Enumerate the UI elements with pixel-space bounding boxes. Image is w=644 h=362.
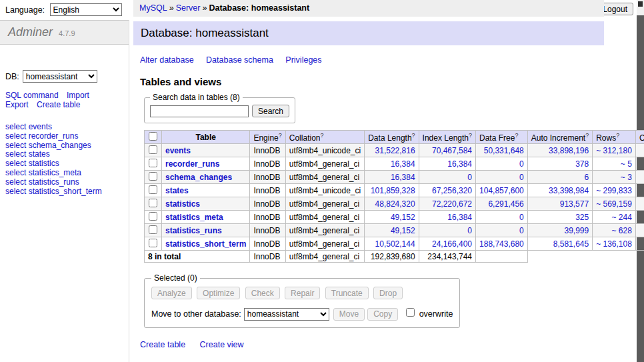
adminer-logo-link[interactable]: Adminer	[8, 25, 53, 39]
auto-increment-link[interactable]: 6	[584, 173, 589, 182]
auto-increment-link[interactable]: 913,577	[560, 199, 589, 209]
data-free-link[interactable]: 50,331,648	[484, 146, 524, 155]
index-length-link[interactable]: 72,220,672	[432, 199, 472, 209]
rows-link[interactable]: ~ 569,159	[596, 199, 632, 209]
sidebar-link-export[interactable]: Export	[5, 100, 29, 109]
rows-link[interactable]: ~ 136,108	[596, 239, 632, 249]
sidebar-table-link[interactable]: select events	[5, 122, 52, 131]
data-free-link[interactable]: 0	[519, 173, 524, 182]
create-view-link[interactable]: Create view	[200, 340, 244, 349]
overwrite-checkbox[interactable]	[406, 308, 415, 317]
table-name-link[interactable]: schema_changes	[165, 173, 232, 182]
row-checkbox[interactable]	[149, 212, 157, 221]
data-length-link[interactable]: 48,824,320	[375, 199, 415, 209]
help-icon[interactable]: ?	[279, 132, 282, 139]
help-icon[interactable]: ?	[320, 132, 323, 139]
help-icon[interactable]: ?	[515, 132, 518, 139]
analyze-button[interactable]: Analyze	[151, 287, 192, 299]
sidebar-table-link[interactable]: select statistics_runs	[5, 177, 79, 187]
search-input[interactable]	[150, 105, 249, 117]
row-checkbox[interactable]	[149, 159, 157, 167]
row-checkbox[interactable]	[149, 172, 157, 181]
auto-increment-link[interactable]: 325	[575, 213, 589, 222]
auto-increment-link[interactable]: 39,999	[564, 226, 589, 235]
data-length-link[interactable]: 31,522,816	[375, 146, 415, 155]
table-name-link[interactable]: statistics_runs	[165, 226, 222, 235]
language-select[interactable]: English	[50, 3, 122, 16]
data-free-link[interactable]: 0	[519, 213, 524, 222]
truncate-button[interactable]: Truncate	[325, 287, 369, 299]
row-checkbox[interactable]	[149, 199, 157, 207]
table-name-link[interactable]: recorder_runs	[165, 159, 219, 169]
index-length-link[interactable]: 24,166,400	[432, 239, 472, 249]
index-length-link[interactable]: 0	[467, 226, 472, 235]
help-icon[interactable]: ?	[412, 132, 415, 139]
index-length-link[interactable]: 16,384	[447, 159, 472, 169]
sidebar-link-import[interactable]: Import	[67, 91, 89, 100]
data-length-link[interactable]: 16,384	[391, 159, 415, 169]
auto-increment-link[interactable]: 33,898,196	[549, 146, 589, 155]
data-free-link[interactable]: 188,743,680	[479, 239, 524, 249]
optimize-button[interactable]: Optimize	[197, 287, 240, 299]
auto-increment-link[interactable]: 33,398,984	[549, 186, 589, 195]
db-select[interactable]: homeassistant	[23, 70, 97, 83]
sidebar-table-link[interactable]: select statistics_meta	[5, 168, 81, 177]
index-length-link[interactable]: 0	[467, 173, 472, 182]
table-name-link[interactable]: states	[165, 186, 189, 195]
database-schema-link[interactable]: Database schema	[206, 55, 273, 65]
data-free-link[interactable]: 6,291,456	[488, 199, 523, 209]
data-length-link[interactable]: 10,502,144	[375, 239, 415, 249]
data-free-link[interactable]: 0	[519, 159, 524, 169]
data-length-link[interactable]: 16,384	[391, 173, 415, 182]
data-free-link[interactable]: 104,857,600	[479, 186, 524, 195]
move-button[interactable]: Move	[333, 308, 365, 321]
move-database-select[interactable]: homeassistant	[244, 308, 329, 321]
sidebar-table-link[interactable]: select recorder_runs	[5, 131, 78, 141]
sidebar-table-link[interactable]: select schema_changes	[5, 141, 91, 150]
table-name-link[interactable]: statistics_short_term	[165, 239, 246, 249]
alter-database-link[interactable]: Alter database	[140, 55, 194, 65]
index-length-link[interactable]: 16,384	[447, 213, 472, 222]
select-all-checkbox[interactable]	[149, 132, 157, 141]
table-name-link[interactable]: events	[165, 146, 191, 155]
index-length-link[interactable]: 67,256,320	[432, 186, 472, 195]
repair-button[interactable]: Repair	[285, 287, 320, 299]
privileges-link[interactable]: Privileges	[285, 55, 321, 65]
row-checkbox[interactable]	[149, 225, 157, 234]
search-button[interactable]: Search	[252, 105, 289, 117]
sidebar-table-link[interactable]: select states	[5, 149, 50, 159]
data-length-link[interactable]: 49,152	[391, 226, 415, 235]
rows-link[interactable]: ~ 5	[621, 159, 632, 169]
data-free-link[interactable]: 0	[519, 226, 524, 235]
row-checkbox[interactable]	[149, 145, 157, 154]
row-checkbox[interactable]	[149, 185, 157, 194]
auto-increment-link[interactable]: 8,581,645	[553, 239, 589, 249]
rows-link[interactable]: ~ 3	[621, 173, 632, 182]
help-icon[interactable]: ?	[469, 132, 472, 139]
sidebar-link-sql-command[interactable]: SQL command	[5, 91, 59, 100]
rows-link[interactable]: ~ 628	[612, 226, 632, 235]
sidebar-link-create-table[interactable]: Create table	[37, 100, 80, 109]
create-table-link[interactable]: Create table	[140, 340, 185, 349]
drop-button[interactable]: Drop	[373, 287, 403, 299]
index-length-link[interactable]: 70,467,584	[432, 146, 472, 155]
breadcrumb-link-mysql[interactable]: MySQL	[139, 3, 167, 13]
scroll-up-icon[interactable]	[638, 1, 643, 7]
table-name-link[interactable]: statistics	[165, 199, 200, 209]
help-icon[interactable]: ?	[585, 132, 589, 139]
row-checkbox[interactable]	[149, 239, 157, 247]
data-length-link[interactable]: 49,152	[391, 213, 415, 222]
breadcrumb-link-server[interactable]: Server	[176, 3, 201, 13]
copy-button[interactable]: Copy	[367, 308, 398, 321]
check-button[interactable]: Check	[245, 287, 280, 299]
help-icon[interactable]: ?	[616, 132, 619, 139]
rows-link[interactable]: ~ 244	[612, 213, 632, 222]
sidebar-table-link[interactable]: select statistics	[5, 159, 59, 168]
sidebar-table-link[interactable]: select statistics_short_term	[5, 187, 102, 196]
rows-link[interactable]: ~ 299,833	[596, 186, 632, 195]
auto-increment-link[interactable]: 378	[575, 159, 589, 169]
data-length-link[interactable]: 101,859,328	[371, 186, 415, 195]
data-free-cell: 104,857,600	[476, 184, 528, 197]
rows-link[interactable]: ~ 312,180	[596, 146, 632, 155]
table-name-link[interactable]: statistics_meta	[165, 213, 223, 222]
